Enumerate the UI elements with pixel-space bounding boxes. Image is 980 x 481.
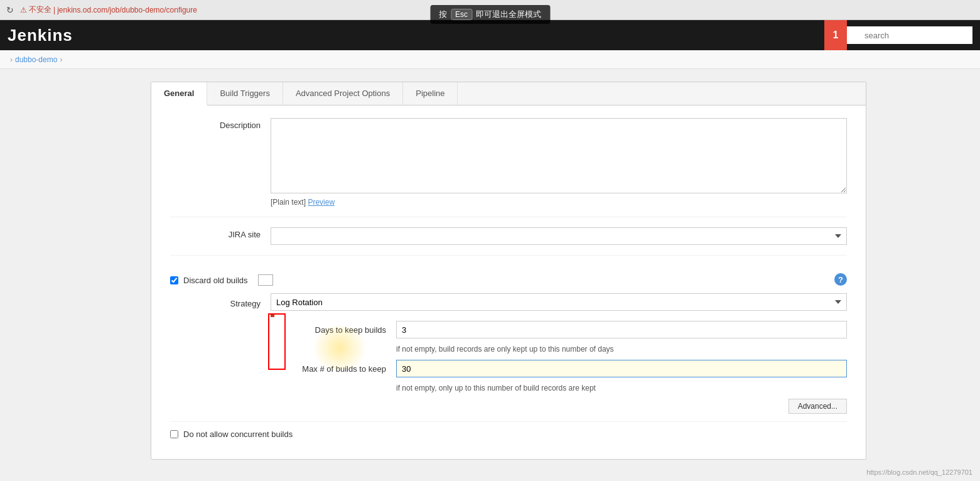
watermark: https://blog.csdn.net/qq_12279701 <box>866 468 972 472</box>
tabs-bar: General Build Triggers Advanced Project … <box>151 82 866 105</box>
description-textarea[interactable] <box>271 118 847 193</box>
strategy-subfields: Days to keep builds if not empty, build … <box>271 321 847 414</box>
tab-pipeline[interactable]: Pipeline <box>403 82 458 105</box>
config-panel: General Build Triggers Advanced Project … <box>151 82 866 460</box>
strategy-select[interactable]: Log Rotation <box>271 293 847 311</box>
jenkins-header: Jenkins 1 🔍 <box>0 20 980 50</box>
description-control: [Plain text] Preview <box>271 118 847 207</box>
days-to-keep-label: Days to keep builds <box>271 325 396 335</box>
discard-help-icon[interactable]: ? <box>834 273 847 286</box>
reload-button[interactable]: ↻ <box>5 5 15 15</box>
security-warning: ⚠ 不安全 | jenkins.od.com/job/dubbo-demo/co… <box>20 4 197 15</box>
concurrent-builds-row: Do not allow concurrent builds <box>170 422 847 446</box>
notification-badge[interactable]: 1 <box>824 20 847 50</box>
strategy-label: Strategy <box>170 296 271 308</box>
jira-site-row: JIRA site <box>170 227 847 256</box>
search-input[interactable] <box>847 26 972 44</box>
browser-controls: ↻ <box>5 5 15 15</box>
days-to-keep-input[interactable] <box>396 321 847 338</box>
discard-header-row: Discard old builds ? <box>170 273 847 286</box>
breadcrumb-project-arrow: › <box>60 55 62 64</box>
fullscreen-notice: 按 Esc 即可退出全屏模式 <box>430 5 550 24</box>
tab-build-triggers[interactable]: Build Triggers <box>207 82 283 105</box>
max-builds-control <box>396 360 847 377</box>
form-content: Description [Plain text] Preview JIRA si… <box>151 105 866 459</box>
discard-old-builds-label: Discard old builds <box>183 276 248 285</box>
strategy-control: Log Rotation <box>271 293 847 311</box>
max-builds-row: Max # of builds to keep <box>271 360 847 377</box>
fullscreen-prefix: 按 <box>439 9 447 20</box>
discard-old-builds-section: Discard old builds ? Strategy Log Rotati… <box>170 266 847 422</box>
jira-site-control <box>271 227 847 245</box>
main-content: General Build Triggers Advanced Project … <box>0 69 879 472</box>
header-right: 1 🔍 <box>824 20 972 50</box>
jira-site-label: JIRA site <box>170 227 271 239</box>
description-label: Description <box>170 118 271 130</box>
search-wrapper: 🔍 <box>847 26 972 44</box>
breadcrumb: › dubbo-demo › <box>0 50 980 69</box>
strategy-indicator <box>271 313 274 317</box>
esc-key-badge: Esc <box>451 9 472 20</box>
days-to-keep-control <box>396 321 847 338</box>
days-hint-wrapper: if not empty, build records are only kep… <box>271 345 847 354</box>
breadcrumb-project-link[interactable]: dubbo-demo <box>15 55 57 64</box>
concurrent-builds-label: Do not allow concurrent builds <box>183 430 293 439</box>
max-builds-input[interactable] <box>396 360 847 377</box>
advanced-button[interactable]: Advanced... <box>789 399 847 414</box>
preview-link[interactable]: Preview <box>308 198 335 207</box>
jenkins-logo: Jenkins <box>8 26 73 45</box>
fullscreen-suffix: 即可退出全屏模式 <box>476 9 541 20</box>
discard-checkbox-wrapper: Discard old builds <box>170 273 273 286</box>
jira-site-select[interactable] <box>271 227 847 245</box>
concurrent-builds-checkbox[interactable] <box>170 430 178 438</box>
description-row: Description [Plain text] Preview <box>170 118 847 217</box>
plain-text-note: [Plain text] Preview <box>271 198 847 207</box>
tab-advanced-project-options[interactable]: Advanced Project Options <box>283 82 403 105</box>
discard-old-builds-checkbox[interactable] <box>170 276 178 284</box>
advanced-button-wrapper: Advanced... <box>271 399 847 414</box>
max-builds-label: Max # of builds to keep <box>271 364 396 374</box>
expand-indicator[interactable] <box>258 274 273 286</box>
tab-general[interactable]: General <box>151 82 207 105</box>
strategy-row: Strategy Log Rotation <box>170 293 847 311</box>
breadcrumb-home-arrow: › <box>10 55 13 64</box>
days-to-keep-row: Days to keep builds <box>271 321 847 338</box>
max-builds-hint: if not empty, only up to this number of … <box>271 384 847 392</box>
